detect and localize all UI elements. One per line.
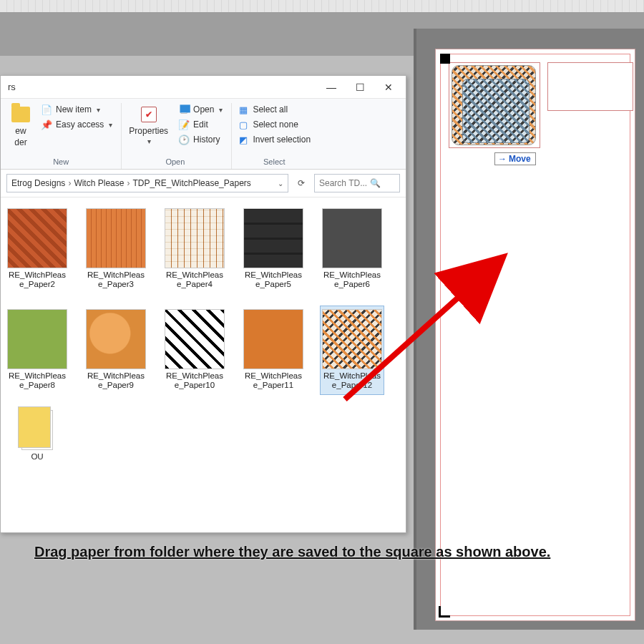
- file-name-label: RE_WitchPlease_Paper5: [245, 270, 302, 291]
- drag-cursor-label: → Move: [494, 152, 536, 165]
- ribbon-group-open: ✔ Properties ▾ Open ▾ 📝 Edit 🕑: [122, 103, 232, 169]
- file-item[interactable]: RE_WitchPlease_Paper2: [5, 205, 69, 294]
- window-title-fragment: rs: [8, 82, 317, 92]
- chevron-down-icon[interactable]: ⌄: [278, 180, 283, 187]
- refresh-button[interactable]: ⟳: [293, 178, 310, 188]
- close-button[interactable]: ✕: [374, 77, 403, 97]
- file-name-label: RE_WitchPlease_Paper12: [323, 371, 381, 391]
- address-bar-row: Etrog Designs › Witch Please › TDP_RE_Wi…: [1, 170, 406, 197]
- breadcrumb-seg[interactable]: Etrog Designs: [11, 178, 65, 188]
- file-thumbnail: [165, 309, 225, 369]
- file-item[interactable]: RE_WitchPlease_Paper4: [162, 205, 227, 294]
- file-name-label: RE_WitchPlease_Paper8: [9, 371, 66, 391]
- titlebar[interactable]: rs — ☐ ✕: [1, 76, 406, 99]
- maximize-button[interactable]: ☐: [346, 77, 374, 97]
- file-grid[interactable]: RE_WitchPlease_Paper2RE_WitchPlease_Pape…: [1, 197, 406, 532]
- file-name-label: RE_WitchPlease_Paper10: [166, 371, 223, 391]
- file-thumbnail: [322, 208, 382, 268]
- file-thumbnail: [21, 410, 53, 450]
- ruler-top: [0, 0, 644, 13]
- file-thumbnail: [165, 208, 225, 268]
- file-name-label: RE_WitchPlease_Paper6: [323, 270, 381, 291]
- chevron-down-icon: ▾: [97, 106, 100, 114]
- properties-icon: ✔: [141, 107, 157, 122]
- new-item-button[interactable]: 📄 New item ▾: [39, 103, 114, 116]
- file-item[interactable]: RE_WitchPlease_Paper5: [241, 205, 306, 294]
- design-app-panel: → Move: [414, 29, 644, 630]
- file-item[interactable]: RE_WitchPlease_Paper6: [320, 205, 384, 294]
- registration-mark: [440, 54, 450, 64]
- file-item[interactable]: RE_WitchPlease_Paper8: [5, 306, 69, 395]
- group-label-open: Open: [126, 156, 224, 166]
- chevron-right-icon: ›: [127, 178, 130, 188]
- group-label-new: New: [8, 156, 114, 166]
- dragged-paper-inner: [462, 79, 530, 143]
- search-input[interactable]: Search TD... 🔍: [314, 174, 400, 192]
- folder-icon: [11, 107, 30, 122]
- file-item[interactable]: RE_WitchPlease_Paper9: [84, 306, 148, 395]
- file-thumbnail: [7, 208, 67, 268]
- crop-mark-bl: [439, 599, 457, 618]
- file-thumbnail: [322, 309, 382, 369]
- file-name-label: RE_WitchPlease_Paper9: [87, 371, 145, 391]
- edit-button[interactable]: 📝 Edit: [177, 118, 224, 131]
- file-thumbnail: [86, 309, 146, 369]
- invert-selection-icon: ◩: [238, 134, 249, 145]
- file-item[interactable]: RE_WitchPlease_Paper12: [320, 306, 384, 395]
- new-item-icon: 📄: [41, 104, 52, 115]
- select-all-icon: ▦: [238, 104, 249, 115]
- edit-icon: 📝: [178, 119, 190, 130]
- chevron-down-icon: ▾: [219, 106, 223, 114]
- file-name-label: RE_WitchPlease_Paper3: [87, 270, 145, 291]
- file-name-label: OU: [31, 452, 43, 472]
- properties-button[interactable]: ✔ Properties ▾: [126, 103, 171, 147]
- file-thumbnail: [86, 208, 146, 268]
- file-item[interactable]: RE_WitchPlease_Paper3: [84, 205, 148, 294]
- move-arrow-icon: →: [498, 154, 507, 164]
- history-button[interactable]: 🕑 History: [177, 133, 224, 146]
- chevron-right-icon: ›: [68, 178, 71, 188]
- breadcrumb-seg[interactable]: TDP_RE_WitchPlease_Papers: [132, 178, 250, 188]
- history-icon: 🕑: [178, 134, 190, 145]
- ribbon-group-select: ▦ Select all ▢ Select none ◩ Invert sele…: [232, 103, 319, 169]
- open-button[interactable]: Open ▾: [177, 103, 224, 116]
- open-icon: [181, 106, 187, 114]
- easy-access-icon: 📌: [41, 119, 52, 130]
- breadcrumb[interactable]: Etrog Designs › Witch Please › TDP_RE_Wi…: [6, 174, 288, 192]
- easy-access-button[interactable]: 📌 Easy access ▾: [39, 118, 114, 131]
- search-placeholder: Search TD...: [319, 178, 367, 188]
- file-thumbnail: [243, 208, 303, 268]
- group-label-select: Select: [236, 156, 312, 166]
- file-thumbnail: [7, 309, 67, 369]
- new-folder-button[interactable]: ew der: [8, 103, 34, 149]
- breadcrumb-seg[interactable]: Witch Please: [74, 178, 124, 188]
- file-item[interactable]: OU: [5, 406, 69, 476]
- new-folder-label-2: der: [14, 137, 26, 147]
- file-name-label: RE_WitchPlease_Paper4: [166, 270, 223, 291]
- instruction-text: Drag paper from folder where they are sa…: [34, 544, 550, 560]
- file-thumbnail: [243, 309, 303, 369]
- file-name-label: RE_WitchPlease_Paper11: [245, 371, 302, 391]
- ribbon: ew der 📄 New item ▾ 📌 Easy access ▾: [1, 99, 406, 170]
- select-all-button[interactable]: ▦ Select all: [236, 103, 312, 116]
- search-icon: 🔍: [370, 178, 381, 188]
- chevron-down-icon: ▾: [147, 137, 151, 145]
- select-none-button[interactable]: ▢ Select none: [236, 118, 312, 131]
- file-item[interactable]: RE_WitchPlease_Paper11: [241, 306, 306, 395]
- file-name-label: RE_WitchPlease_Paper2: [9, 270, 66, 291]
- chevron-down-icon: ▾: [109, 121, 112, 129]
- cutting-mat[interactable]: → Move: [435, 49, 635, 621]
- ribbon-group-new: ew der 📄 New item ▾ 📌 Easy access ▾: [4, 103, 122, 169]
- new-folder-label-1: ew: [15, 126, 26, 136]
- file-explorer-window: rs — ☐ ✕ ? ew der 📄 New item ▾: [0, 75, 406, 533]
- file-item[interactable]: RE_WitchPlease_Paper10: [162, 306, 227, 395]
- minimize-button[interactable]: —: [317, 77, 346, 97]
- invert-selection-button[interactable]: ◩ Invert selection: [236, 133, 312, 146]
- select-none-icon: ▢: [238, 119, 249, 130]
- dragged-paper-preview[interactable]: [452, 65, 536, 145]
- drop-target-square-2[interactable]: [547, 62, 633, 111]
